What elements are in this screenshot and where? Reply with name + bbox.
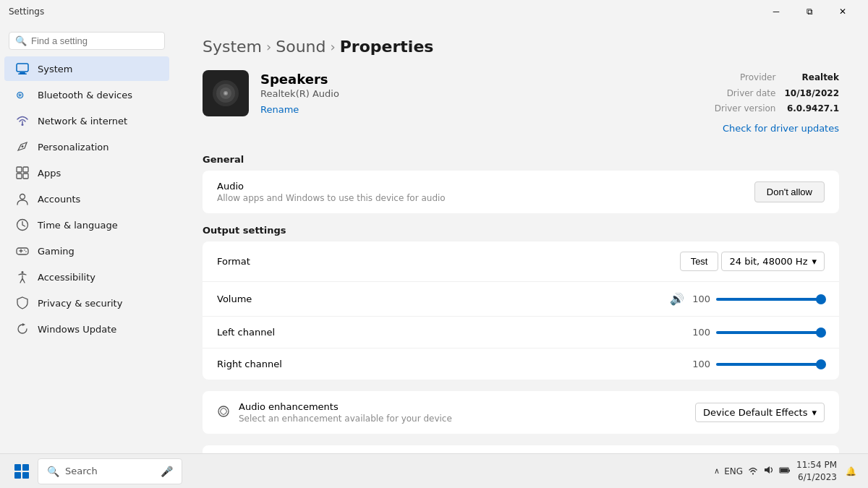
close-button[interactable]: ✕ <box>826 0 859 23</box>
svg-point-10 <box>20 194 25 200</box>
sidebar-item-accounts[interactable]: Accounts <box>4 187 169 211</box>
sidebar-item-gaming[interactable]: Gaming <box>4 239 169 263</box>
sidebar-item-update[interactable]: Windows Update <box>4 317 169 341</box>
breadcrumb-sep-2: › <box>331 39 336 54</box>
general-section-title: General <box>203 154 839 165</box>
device-name: Speakers <box>260 72 339 87</box>
taskbar-search-label: Search <box>65 466 98 476</box>
breadcrumb-sound[interactable]: Sound <box>276 38 326 56</box>
driver-update-link[interactable]: Check for driver updates <box>723 123 839 134</box>
driver-date-value: 10/18/2022 <box>784 86 839 102</box>
breadcrumb-current: Properties <box>340 38 434 56</box>
right-channel-slider[interactable] <box>716 363 825 366</box>
breadcrumb-system[interactable]: System <box>203 38 262 56</box>
clock-date: 6/1/2023 <box>796 471 837 484</box>
svg-point-20 <box>225 93 227 95</box>
enhancements-row: Audio enhancements Select an enhancement… <box>203 391 839 434</box>
search-box[interactable]: 🔍 <box>9 32 165 50</box>
window-title: Settings <box>9 7 44 17</box>
start-button[interactable] <box>9 458 35 484</box>
taskbar-search-icon: 🔍 <box>47 466 59 477</box>
format-dropdown[interactable]: 24 bit, 48000 Hz ▾ <box>721 252 825 271</box>
search-icon: 🔍 <box>15 35 27 46</box>
sidebar-item-bluetooth[interactable]: ⊛ Bluetooth & devices <box>4 82 169 107</box>
volume-label: Volume <box>217 294 252 304</box>
sidebar-label-personalization: Personalization <box>38 142 109 153</box>
notification-icon[interactable]: 🔔 <box>843 463 859 479</box>
sidebar: 🔍 System ⊛ Bluetooth & devices <box>0 23 174 453</box>
window-controls: ─ ⧉ ✕ <box>760 0 859 23</box>
sidebar-item-system[interactable]: System <box>4 56 169 81</box>
right-channel-row: Right channel 100 <box>203 348 839 380</box>
rename-link[interactable]: Rename <box>260 104 299 115</box>
sidebar-item-time[interactable]: Time & language <box>4 213 169 237</box>
sidebar-item-network[interactable]: Network & internet <box>4 108 169 133</box>
clock[interactable]: 11:54 PM 6/1/2023 <box>796 459 837 484</box>
svg-rect-6 <box>17 167 22 172</box>
minimize-button[interactable]: ─ <box>760 0 793 23</box>
apps-icon <box>16 166 29 179</box>
network-icon <box>16 114 29 127</box>
maximize-button[interactable]: ⧉ <box>793 0 826 23</box>
format-controls: Test 24 bit, 48000 Hz ▾ <box>680 252 825 271</box>
sidebar-item-privacy[interactable]: Privacy & security <box>4 291 169 315</box>
taskbar-right: ∧ ENG <box>714 459 859 484</box>
device-card: Speakers Realtek(R) Audio Rename Provide… <box>203 70 839 137</box>
gaming-icon <box>16 244 29 257</box>
left-channel-thumb <box>816 328 826 338</box>
right-channel-controls: 100 <box>690 359 825 369</box>
left-channel-slider[interactable] <box>716 331 825 334</box>
svg-rect-0 <box>17 64 28 72</box>
svg-rect-8 <box>17 174 22 179</box>
enhancements-text: Audio enhancements Select an enhancement… <box>239 401 452 424</box>
driver-info: Provider Realtek Driver date 10/18/2022 … <box>715 70 839 137</box>
audio-label: Audio <box>217 181 446 192</box>
privacy-icon <box>16 296 29 309</box>
svg-rect-7 <box>23 167 28 172</box>
device-info: Speakers Realtek(R) Audio Rename <box>203 70 339 116</box>
sidebar-item-accessibility[interactable]: Accessibility <box>4 265 169 289</box>
svg-point-13 <box>24 249 25 251</box>
provider-label: Provider <box>715 70 776 86</box>
svg-rect-9 <box>23 174 28 179</box>
cortana-icon: 🎤 <box>161 466 173 477</box>
language-indicator: ENG <box>724 466 743 476</box>
system-icon <box>16 62 29 75</box>
audio-desc: Allow apps and Windows to use this devic… <box>217 193 446 203</box>
sidebar-item-apps[interactable]: Apps <box>4 160 169 185</box>
sidebar-label-accounts: Accounts <box>38 194 80 205</box>
output-section-title: Output settings <box>203 225 839 236</box>
accounts-icon <box>16 192 29 205</box>
left-channel-controls: 100 <box>690 327 825 338</box>
update-icon <box>16 322 29 335</box>
enhancements-desc: Select an enhancement available for your… <box>239 414 452 424</box>
left-channel-label: Left channel <box>217 327 275 338</box>
tray-expand-icon[interactable]: ∧ <box>714 466 720 476</box>
right-channel-label: Right channel <box>217 359 282 369</box>
sidebar-label-privacy: Privacy & security <box>38 298 122 309</box>
clock-time: 11:54 PM <box>796 459 837 471</box>
volume-slider[interactable] <box>716 298 825 301</box>
test-button[interactable]: Test <box>680 252 719 271</box>
provider-value: Realtek <box>784 70 839 86</box>
search-input[interactable] <box>31 35 158 46</box>
battery-icon <box>779 464 791 478</box>
sidebar-label-accessibility: Accessibility <box>38 272 95 283</box>
svg-text:⊛: ⊛ <box>16 89 25 100</box>
taskbar-search-box[interactable]: 🔍 Search 🎤 <box>38 458 182 484</box>
enhancements-label: Audio enhancements <box>239 401 452 412</box>
breadcrumb: System › Sound › Properties <box>203 38 839 56</box>
enhancements-dropdown[interactable]: Device Default Effects ▾ <box>695 403 825 422</box>
accessibility-icon <box>16 270 29 283</box>
dont-allow-button[interactable]: Don't allow <box>754 181 825 202</box>
audio-setting-label-group: Audio Allow apps and Windows to use this… <box>217 181 446 203</box>
volume-row: Volume 🔊 100 <box>203 282 839 317</box>
sidebar-label-gaming: Gaming <box>38 246 75 257</box>
enhancements-value: Device Default Effects <box>703 407 807 418</box>
svg-point-22 <box>752 474 754 475</box>
volume-controls: 🔊 100 <box>670 292 825 306</box>
sidebar-item-personalization[interactable]: Personalization <box>4 134 169 159</box>
taskbar: 🔍 Search 🎤 ∧ ENG <box>0 453 868 488</box>
svg-rect-2 <box>18 74 27 75</box>
driver-version-value: 6.0.9427.1 <box>784 101 839 117</box>
